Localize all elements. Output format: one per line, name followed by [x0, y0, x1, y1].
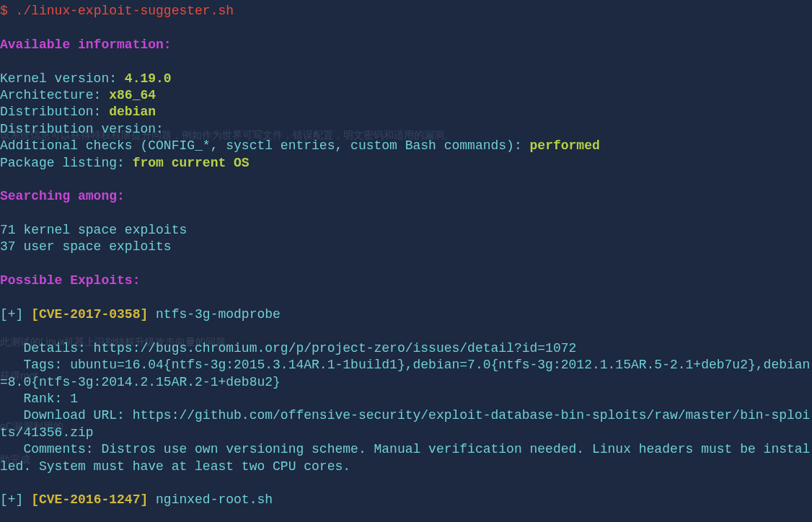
- distro-label: Distribution:: [0, 105, 109, 119]
- distro-version-label: Distribution version:: [0, 122, 172, 136]
- exploit-1-tags: Tags: ubuntu=16.04{ntfs-3g:2015.3.14AR.1…: [0, 357, 812, 391]
- kernel-label: Kernel version:: [0, 71, 125, 86]
- distro-version-line: Distribution version:: [0, 121, 812, 138]
- package-value: from current OS: [133, 156, 250, 170]
- exploit-1-details: Details: https://bugs.chromium.org/p/pro…: [0, 340, 812, 357]
- exploit-plus-marker: [+]: [0, 307, 31, 322]
- blank-line: [0, 53, 812, 70]
- exploit-plus-marker: [+]: [0, 492, 31, 507]
- blank-line: [0, 19, 812, 36]
- kernel-exploits-count: 71 kernel space exploits: [0, 222, 812, 239]
- exploit-1-download: Download URL: https://github.com/offensi…: [0, 407, 812, 441]
- arch-label: Architecture:: [0, 88, 109, 102]
- exploit-1-comments: Comments: Distros use own versioning sch…: [0, 441, 812, 475]
- terminal-output: $ ./linux-exploit-suggester.sh Available…: [0, 3, 812, 509]
- exploit-2-name: nginxed-root.sh: [148, 492, 273, 507]
- exploit-1-title: [+] [CVE-2017-0358] ntfs-3g-modprobe: [0, 306, 812, 323]
- exploit-1-name: ntfs-3g-modprobe: [148, 307, 281, 322]
- additional-label: Additional checks (CONFIG_*, sysctl entr…: [0, 138, 530, 153]
- prompt-symbol: $: [0, 4, 16, 18]
- blank-line: [0, 205, 812, 222]
- command-text: ./linux-exploit-suggester.sh: [16, 4, 234, 18]
- additional-value: performed: [530, 138, 600, 153]
- user-exploits-count: 37 user space exploits: [0, 239, 812, 255]
- arch-value: x86_64: [109, 88, 156, 102]
- additional-checks-line: Additional checks (CONFIG_*, sysctl entr…: [0, 138, 812, 154]
- exploit-1-cve: [CVE-2017-0358]: [31, 307, 148, 322]
- exploit-2-title: [+] [CVE-2016-1247] nginxed-root.sh: [0, 492, 812, 508]
- blank-line: [0, 256, 812, 273]
- available-info-header: Available information:: [0, 37, 812, 53]
- command-line: $ ./linux-exploit-suggester.sh: [0, 3, 812, 19]
- possible-exploits-header: Possible Exploits:: [0, 273, 812, 289]
- kernel-version-line: Kernel version: 4.19.0: [0, 71, 812, 87]
- blank-line: [0, 172, 812, 188]
- searching-header: Searching among:: [0, 188, 812, 205]
- blank-line: [0, 290, 812, 306]
- blank-line: [0, 475, 812, 492]
- package-listing-line: Package listing: from current OS: [0, 155, 812, 172]
- distro-value: debian: [109, 105, 156, 119]
- blank-line: [0, 323, 812, 340]
- exploit-1-rank: Rank: 1: [0, 391, 812, 407]
- architecture-line: Architecture: x86_64: [0, 87, 812, 104]
- distribution-line: Distribution: debian: [0, 104, 812, 120]
- package-label: Package listing:: [0, 156, 133, 170]
- exploit-2-cve: [CVE-2016-1247]: [31, 492, 148, 507]
- kernel-value: 4.19.0: [125, 71, 172, 86]
